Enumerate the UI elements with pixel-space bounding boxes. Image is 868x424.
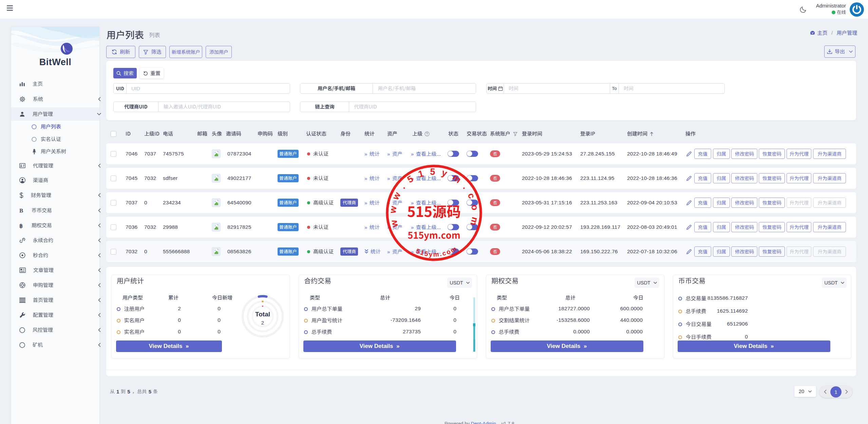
svg-text:฿: ฿ xyxy=(19,223,23,228)
svg-text:www.515ym.com: www.515ym.com xyxy=(388,167,480,233)
svg-text:B: B xyxy=(19,207,23,214)
